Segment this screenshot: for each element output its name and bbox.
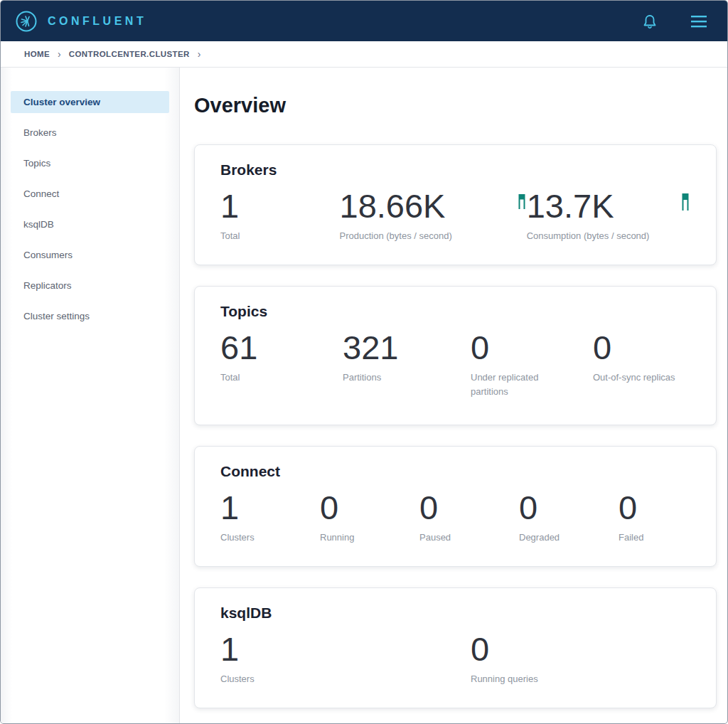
stat-label: Clusters bbox=[220, 531, 320, 545]
sidebar-item-topics[interactable]: Topics bbox=[11, 152, 169, 174]
stat-connect-running: 0 Running bbox=[320, 489, 419, 545]
sidebar-item-consumers[interactable]: Consumers bbox=[11, 244, 169, 266]
stat-connect-paused: 0 Paused bbox=[419, 489, 519, 545]
stat-value: 13.7K bbox=[527, 188, 690, 225]
stat-brokers-total: 1 Total bbox=[220, 188, 340, 243]
stat-value: 0 bbox=[519, 489, 619, 527]
ksqldb-card-title: ksqlDB bbox=[220, 605, 690, 622]
stat-connect-degraded: 0 Degraded bbox=[519, 489, 619, 545]
stat-value: 1 bbox=[220, 188, 340, 225]
stat-brokers-production: 18.66K Production (bytes / second) bbox=[340, 188, 527, 243]
stat-value: 61 bbox=[220, 329, 343, 367]
notifications-bell-icon[interactable] bbox=[641, 11, 659, 31]
sidebar-item-ksqldb[interactable]: ksqlDB bbox=[11, 213, 169, 235]
main-content: Overview Brokers 1 Total 18.66K Producti… bbox=[180, 68, 727, 724]
stat-label: Under replicated partitions bbox=[471, 371, 550, 399]
stat-label: Running bbox=[320, 531, 419, 545]
cluster-sidebar: Cluster overview Brokers Topics Connect … bbox=[1, 68, 180, 724]
breadcrumb-cluster[interactable]: CONTROLCENTER.CLUSTER bbox=[69, 50, 190, 58]
stat-topics-under-replicated: 0 Under replicated partitions bbox=[471, 329, 593, 399]
stat-ksqldb-clusters: 1 Clusters bbox=[220, 631, 471, 686]
stat-value: 0 bbox=[471, 631, 690, 669]
overview-cards: Brokers 1 Total 18.66K Production (bytes… bbox=[194, 144, 727, 708]
production-sparkline-icon bbox=[517, 191, 527, 210]
stat-ksqldb-running-queries: 0 Running queries bbox=[471, 631, 690, 686]
confluent-logo-icon bbox=[15, 10, 38, 33]
stat-label: Running queries bbox=[471, 672, 690, 686]
stat-value: 0 bbox=[320, 489, 419, 527]
sidebar-item-replicators[interactable]: Replicators bbox=[11, 275, 169, 297]
stat-connect-clusters: 1 Clusters bbox=[220, 489, 320, 545]
stat-label: Total bbox=[220, 371, 343, 385]
app-window: CONFLUENT HOME › CONTROLCENTER.CLUSTER › bbox=[0, 0, 728, 724]
stat-label: Consumption (bytes / second) bbox=[527, 229, 690, 243]
stat-value: 0 bbox=[419, 489, 519, 527]
stat-label: Total bbox=[220, 229, 340, 243]
topics-card-title: Topics bbox=[220, 303, 690, 320]
page-title: Overview bbox=[194, 94, 727, 117]
stat-topics-partitions: 321 Partitions bbox=[343, 329, 471, 399]
stat-value: 1 bbox=[220, 489, 320, 527]
sidebar-item-brokers[interactable]: Brokers bbox=[11, 122, 169, 144]
stat-label: Partitions bbox=[343, 371, 471, 385]
stat-label: Failed bbox=[619, 531, 690, 545]
brokers-card[interactable]: Brokers 1 Total 18.66K Production (bytes… bbox=[194, 144, 717, 265]
stat-topics-out-of-sync: 0 Out-of-sync replicas bbox=[593, 329, 690, 399]
top-navbar: CONFLUENT bbox=[1, 1, 727, 41]
stat-value: 0 bbox=[619, 489, 690, 527]
breadcrumb-home[interactable]: HOME bbox=[24, 50, 50, 58]
brokers-stats: 1 Total 18.66K Production (bytes / secon… bbox=[220, 188, 690, 243]
stat-value: 321 bbox=[343, 329, 471, 367]
connect-card-title: Connect bbox=[220, 463, 690, 480]
topics-card[interactable]: Topics 61 Total 321 Partitions 0 Under r bbox=[194, 286, 717, 425]
stat-label: Out-of-sync replicas bbox=[593, 371, 690, 385]
stat-label: Degraded bbox=[519, 531, 619, 545]
navbar-actions bbox=[641, 11, 709, 31]
brand-wordmark: CONFLUENT bbox=[48, 15, 146, 28]
hamburger-menu-icon[interactable] bbox=[689, 13, 709, 30]
stat-brokers-consumption: 13.7K Consumption (bytes / second) bbox=[527, 188, 690, 243]
topics-stats: 61 Total 321 Partitions 0 Under replicat… bbox=[220, 329, 690, 399]
brokers-card-title: Brokers bbox=[220, 161, 690, 179]
sidebar-item-cluster-overview[interactable]: Cluster overview bbox=[11, 91, 169, 113]
ksqldb-stats: 1 Clusters 0 Running queries bbox=[220, 631, 690, 686]
stat-label: Paused bbox=[419, 531, 519, 545]
stat-topics-total: 61 Total bbox=[220, 329, 343, 399]
stat-connect-failed: 0 Failed bbox=[619, 489, 690, 545]
consumption-sparkline-icon bbox=[680, 191, 690, 211]
stat-value: 1 bbox=[220, 631, 471, 669]
ksqldb-card[interactable]: ksqlDB 1 Clusters 0 Running queries bbox=[194, 587, 717, 708]
stat-value: 18.66K bbox=[340, 188, 527, 225]
stat-value: 0 bbox=[471, 329, 593, 367]
sidebar-item-connect[interactable]: Connect bbox=[11, 183, 169, 205]
page-body: Cluster overview Brokers Topics Connect … bbox=[1, 68, 727, 724]
breadcrumb: HOME › CONTROLCENTER.CLUSTER › bbox=[1, 41, 727, 68]
stat-label: Clusters bbox=[220, 672, 471, 686]
chevron-right-icon: › bbox=[58, 49, 61, 59]
chevron-right-icon: › bbox=[198, 49, 201, 59]
sidebar-item-cluster-settings[interactable]: Cluster settings bbox=[11, 305, 169, 327]
connect-card[interactable]: Connect 1 Clusters 0 Running 0 Paused bbox=[194, 446, 717, 567]
stat-value: 0 bbox=[593, 329, 690, 367]
connect-stats: 1 Clusters 0 Running 0 Paused 0 bbox=[220, 489, 690, 545]
stat-label: Production (bytes / second) bbox=[340, 229, 527, 243]
